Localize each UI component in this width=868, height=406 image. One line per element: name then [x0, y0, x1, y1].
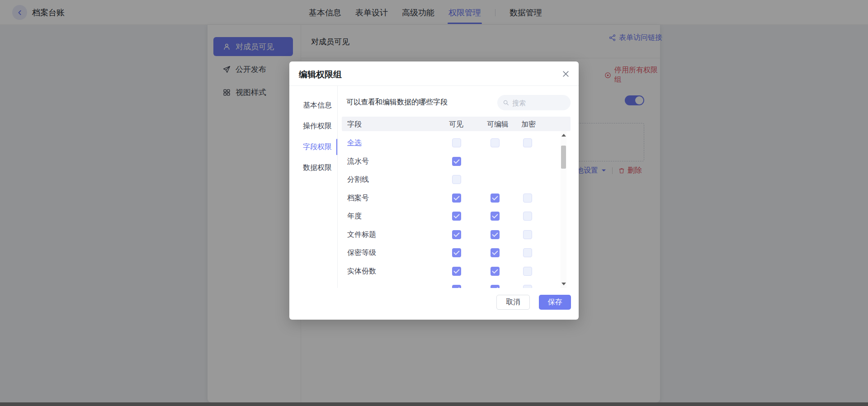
modal-tab-operation-permission[interactable]: 操作权限: [289, 116, 337, 137]
field-label: 档案号: [347, 193, 369, 203]
table-row: 流水号: [342, 152, 571, 171]
field-permission-hint: 可以查看和编辑数据的哪些字段: [346, 98, 448, 107]
field-table-scroll-area: 全选 流水号 分割线 档案号: [342, 131, 571, 288]
checkbox-editable[interactable]: [491, 194, 500, 203]
select-all-link[interactable]: 全选: [347, 138, 362, 148]
checkbox-encrypted[interactable]: [523, 194, 532, 203]
checkbox-visible[interactable]: [452, 267, 461, 276]
checkbox-encrypted[interactable]: [523, 138, 532, 147]
scroll-down-arrow-icon[interactable]: [561, 281, 566, 287]
field-table-header: 字段 可见 可编辑 加密: [342, 117, 571, 131]
checkbox-encrypted[interactable]: [523, 230, 532, 239]
checkbox-editable[interactable]: [491, 267, 500, 276]
save-button[interactable]: 保存: [539, 295, 571, 310]
checkbox-editable[interactable]: [491, 230, 500, 239]
table-scrollbar[interactable]: [561, 131, 566, 288]
scrollbar-thumb[interactable]: [561, 146, 566, 169]
close-icon[interactable]: [560, 68, 571, 80]
checkbox-visible[interactable]: [452, 138, 461, 147]
field-label: 实体份数: [347, 266, 376, 276]
search-input[interactable]: [512, 99, 562, 107]
column-visible: 可见: [449, 120, 463, 129]
field-label: 年度: [347, 212, 362, 221]
modal-tab-label: 基本信息: [303, 101, 332, 110]
checkbox-visible[interactable]: [452, 285, 461, 288]
modal-tab-label: 字段权限: [303, 142, 332, 152]
scroll-up-arrow-icon[interactable]: [561, 132, 566, 138]
table-row: 年度: [342, 207, 571, 226]
field-label: 文件标题: [347, 230, 376, 239]
search-icon: [503, 99, 509, 106]
checkbox-encrypted[interactable]: [523, 267, 532, 276]
table-row: 分割线: [342, 170, 571, 189]
search-box[interactable]: [497, 95, 571, 110]
cancel-button[interactable]: 取消: [496, 295, 530, 310]
table-row: 实体份数: [342, 262, 571, 281]
table-row: 档案号: [342, 189, 571, 208]
modal-tab-label: 操作权限: [303, 122, 332, 131]
modal-tab-label: 数据权限: [303, 163, 332, 173]
modal-tabs-divider: [337, 86, 338, 288]
checkbox-visible[interactable]: [452, 175, 461, 184]
column-editable: 可编辑: [487, 120, 509, 129]
column-encrypted: 加密: [521, 120, 536, 129]
checkbox-visible[interactable]: [452, 212, 461, 221]
modal-title: 编辑权限组: [299, 69, 342, 80]
checkbox-editable[interactable]: [491, 285, 500, 288]
checkbox-encrypted[interactable]: [523, 248, 532, 257]
checkbox-editable[interactable]: [491, 212, 500, 221]
checkbox-editable[interactable]: [491, 248, 500, 257]
table-row-partial: [342, 280, 571, 288]
edit-permission-group-modal: 编辑权限组 基本信息 操作权限 字段权限 数据权限 可以查看和编辑数据的哪些字段…: [289, 61, 579, 320]
field-label: 分割线: [347, 175, 369, 184]
field-label: 流水号: [347, 156, 369, 166]
modal-tab-data-permission[interactable]: 数据权限: [289, 157, 337, 178]
checkbox-editable[interactable]: [491, 138, 500, 147]
checkbox-visible[interactable]: [452, 248, 461, 257]
checkbox-encrypted[interactable]: [523, 212, 532, 221]
screen: 档案台账 基本信息 表单设计 高级功能 权限管理 数据管理 对成员可见 公开发布: [0, 0, 868, 406]
checkbox-visible[interactable]: [452, 157, 461, 166]
modal-tab-field-permission[interactable]: 字段权限: [289, 137, 337, 157]
column-field: 字段: [347, 120, 362, 129]
modal-tab-basic-info[interactable]: 基本信息: [289, 95, 337, 116]
table-row: 保密等级: [342, 244, 571, 262]
table-row: 文件标题: [342, 226, 571, 244]
checkbox-visible[interactable]: [452, 194, 461, 203]
modal-header: 编辑权限组: [289, 61, 579, 86]
checkbox-encrypted[interactable]: [523, 285, 532, 288]
checkbox-visible[interactable]: [452, 230, 461, 239]
modal-tab-list: 基本信息 操作权限 字段权限 数据权限: [289, 86, 337, 178]
table-row-select-all: 全选: [342, 134, 571, 152]
field-label: 保密等级: [347, 248, 376, 258]
